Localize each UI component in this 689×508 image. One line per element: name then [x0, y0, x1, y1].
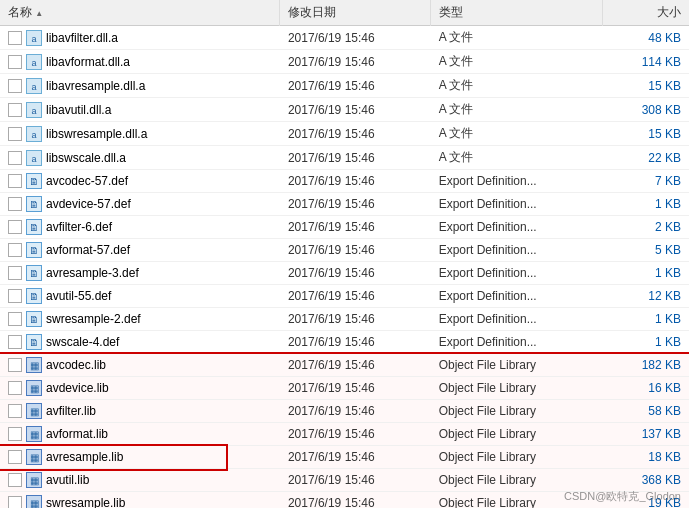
- def-file-icon: 🗎: [26, 288, 42, 304]
- table-row[interactable]: 🗎avfilter-6.def2017/6/19 15:46Export Def…: [0, 216, 689, 239]
- file-name: avdevice-57.def: [46, 197, 131, 211]
- def-file-icon: 🗎: [26, 334, 42, 350]
- table-row[interactable]: 🗎avresample-3.def2017/6/19 15:46Export D…: [0, 262, 689, 285]
- file-name-cell: 🗎avfilter-6.def: [0, 216, 280, 239]
- file-checkbox[interactable]: [8, 427, 22, 441]
- file-type: A 文件: [431, 26, 603, 50]
- file-checkbox[interactable]: [8, 220, 22, 234]
- file-size: 58 KB: [603, 400, 689, 423]
- file-name-cell: avfilter.lib: [0, 400, 280, 423]
- table-row[interactable]: avresample.lib2017/6/19 15:46Object File…: [0, 446, 689, 469]
- file-size: 15 KB: [603, 74, 689, 98]
- file-checkbox[interactable]: [8, 381, 22, 395]
- file-checkbox[interactable]: [8, 404, 22, 418]
- table-row[interactable]: 🗎swscale-4.def2017/6/19 15:46Export Defi…: [0, 331, 689, 354]
- col-header-date[interactable]: 修改日期: [280, 0, 431, 26]
- file-type: Object File Library: [431, 400, 603, 423]
- file-type: Export Definition...: [431, 193, 603, 216]
- col-header-name[interactable]: 名称 ▲: [0, 0, 280, 26]
- file-name-cell: swresample.lib: [0, 492, 280, 509]
- file-date: 2017/6/19 15:46: [280, 469, 431, 492]
- table-row[interactable]: avformat.lib2017/6/19 15:46Object File L…: [0, 423, 689, 446]
- table-row[interactable]: avcodec.lib2017/6/19 15:46Object File Li…: [0, 354, 689, 377]
- file-date: 2017/6/19 15:46: [280, 170, 431, 193]
- file-checkbox[interactable]: [8, 79, 22, 93]
- file-size: 15 KB: [603, 122, 689, 146]
- file-date: 2017/6/19 15:46: [280, 193, 431, 216]
- def-file-icon: 🗎: [26, 196, 42, 212]
- file-checkbox[interactable]: [8, 174, 22, 188]
- table-row[interactable]: alibavresample.dll.a2017/6/19 15:46A 文件1…: [0, 74, 689, 98]
- table-row[interactable]: alibswresample.dll.a2017/6/19 15:46A 文件1…: [0, 122, 689, 146]
- lib-file-icon: [26, 449, 42, 465]
- file-size: 2 KB: [603, 216, 689, 239]
- file-size: 22 KB: [603, 146, 689, 170]
- file-size: 7 KB: [603, 170, 689, 193]
- file-checkbox[interactable]: [8, 127, 22, 141]
- file-name-cell: alibswresample.dll.a: [0, 122, 280, 146]
- file-name: avfilter-6.def: [46, 220, 112, 234]
- file-name-cell: avformat.lib: [0, 423, 280, 446]
- file-checkbox[interactable]: [8, 151, 22, 165]
- file-type: A 文件: [431, 146, 603, 170]
- col-header-size[interactable]: 大小: [603, 0, 689, 26]
- file-type: Object File Library: [431, 423, 603, 446]
- col-header-type[interactable]: 类型: [431, 0, 603, 26]
- file-checkbox[interactable]: [8, 450, 22, 464]
- file-type: A 文件: [431, 74, 603, 98]
- file-checkbox[interactable]: [8, 335, 22, 349]
- file-size: 12 KB: [603, 285, 689, 308]
- table-row[interactable]: alibswscale.dll.a2017/6/19 15:46A 文件22 K…: [0, 146, 689, 170]
- file-checkbox[interactable]: [8, 266, 22, 280]
- table-row[interactable]: 🗎avformat-57.def2017/6/19 15:46Export De…: [0, 239, 689, 262]
- file-checkbox[interactable]: [8, 312, 22, 326]
- file-name: avutil.lib: [46, 473, 89, 487]
- file-name-cell: avresample.lib: [0, 446, 280, 469]
- file-name: libavutil.dll.a: [46, 103, 111, 117]
- file-checkbox[interactable]: [8, 496, 22, 508]
- table-row[interactable]: 🗎avutil-55.def2017/6/19 15:46Export Defi…: [0, 285, 689, 308]
- lib-file-icon: [26, 495, 42, 508]
- table-row[interactable]: alibavfilter.dll.a2017/6/19 15:46A 文件48 …: [0, 26, 689, 50]
- file-name: avcodec-57.def: [46, 174, 128, 188]
- file-type: Export Definition...: [431, 308, 603, 331]
- table-row[interactable]: alibavformat.dll.a2017/6/19 15:46A 文件114…: [0, 50, 689, 74]
- table-row[interactable]: alibavutil.dll.a2017/6/19 15:46A 文件308 K…: [0, 98, 689, 122]
- file-checkbox[interactable]: [8, 473, 22, 487]
- file-size: 1 KB: [603, 262, 689, 285]
- file-size: 137 KB: [603, 423, 689, 446]
- file-checkbox[interactable]: [8, 55, 22, 69]
- file-name-cell: 🗎avutil-55.def: [0, 285, 280, 308]
- file-size: 1 KB: [603, 331, 689, 354]
- file-checkbox[interactable]: [8, 243, 22, 257]
- file-checkbox[interactable]: [8, 103, 22, 117]
- a-file-icon: a: [26, 54, 42, 70]
- file-size: 16 KB: [603, 377, 689, 400]
- file-checkbox[interactable]: [8, 31, 22, 45]
- table-row[interactable]: 🗎avdevice-57.def2017/6/19 15:46Export De…: [0, 193, 689, 216]
- file-checkbox[interactable]: [8, 358, 22, 372]
- def-file-icon: 🗎: [26, 265, 42, 281]
- file-name: libswresample.dll.a: [46, 127, 147, 141]
- file-type: A 文件: [431, 98, 603, 122]
- file-checkbox[interactable]: [8, 197, 22, 211]
- file-date: 2017/6/19 15:46: [280, 98, 431, 122]
- table-row[interactable]: 🗎swresample-2.def2017/6/19 15:46Export D…: [0, 308, 689, 331]
- file-name: avcodec.lib: [46, 358, 106, 372]
- file-name: avfilter.lib: [46, 404, 96, 418]
- lib-file-icon: [26, 472, 42, 488]
- file-name: swresample.lib: [46, 496, 125, 508]
- file-date: 2017/6/19 15:46: [280, 239, 431, 262]
- file-type: Export Definition...: [431, 285, 603, 308]
- file-checkbox[interactable]: [8, 289, 22, 303]
- file-size: 48 KB: [603, 26, 689, 50]
- table-row[interactable]: 🗎avcodec-57.def2017/6/19 15:46Export Def…: [0, 170, 689, 193]
- table-row[interactable]: avfilter.lib2017/6/19 15:46Object File L…: [0, 400, 689, 423]
- table-row[interactable]: avdevice.lib2017/6/19 15:46Object File L…: [0, 377, 689, 400]
- file-type: Export Definition...: [431, 170, 603, 193]
- file-type: Export Definition...: [431, 239, 603, 262]
- file-date: 2017/6/19 15:46: [280, 354, 431, 377]
- file-type: Object File Library: [431, 354, 603, 377]
- file-explorer[interactable]: 名称 ▲ 修改日期 类型 大小 alibavfilter.dll.a2017/6…: [0, 0, 689, 508]
- file-type: Export Definition...: [431, 216, 603, 239]
